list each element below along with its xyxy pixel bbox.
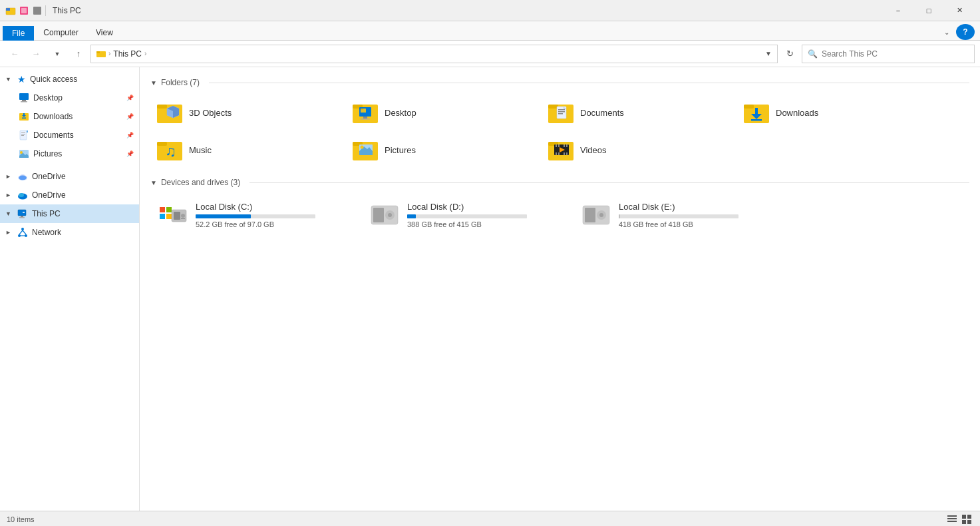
folder-desktop[interactable]: Desktop (346, 95, 539, 130)
back-button[interactable]: ← (5, 45, 24, 63)
svg-rect-75 (556, 144, 557, 147)
svg-rect-55 (558, 109, 565, 111)
tiles-view-button[interactable] (960, 513, 973, 525)
view-toggle-buttons (945, 513, 973, 525)
details-view-button[interactable] (945, 513, 959, 525)
path-folder-icon (96, 49, 106, 59)
folder-music-label: Music (189, 145, 212, 155)
svg-rect-100 (947, 515, 957, 517)
up-button[interactable]: ↑ (69, 45, 88, 63)
folder-pictures-label: Pictures (385, 145, 416, 155)
sidebar-this-pc-label: This PC (32, 209, 134, 218)
dropdown-recent-button[interactable]: ▼ (48, 45, 67, 63)
app-icon-2 (19, 5, 29, 16)
forward-button[interactable]: → (27, 45, 45, 63)
sidebar-item-network[interactable]: ► Network (0, 223, 139, 242)
sidebar-item-desktop[interactable]: Desktop 📌 (0, 89, 139, 107)
drive-c-free: 52.2 GB free of 97.0 GB (196, 220, 349, 228)
drive-e-name: Local Disk (E:) (619, 202, 772, 212)
ribbon-expand-button[interactable]: ⌄ (939, 24, 955, 40)
svg-rect-49 (361, 119, 370, 120)
svg-point-34 (21, 228, 24, 230)
svg-rect-79 (556, 152, 557, 155)
drive-d[interactable]: Local Disk (D:) 388 GB free of 415 GB (362, 195, 568, 235)
item-count-label: 10 items (7, 515, 35, 523)
drive-d-icon (370, 200, 399, 230)
path-this-pc[interactable]: This PC (113, 49, 142, 59)
sidebar-item-this-pc[interactable]: ▼ This PC (0, 204, 139, 223)
network-chevron: ► (5, 229, 13, 236)
svg-rect-103 (962, 515, 966, 519)
address-path[interactable]: › This PC › ▼ (90, 45, 778, 63)
svg-rect-56 (558, 111, 565, 113)
sidebar-item-onedrive1[interactable]: ► OneDrive (0, 167, 139, 186)
help-button[interactable]: ? (956, 24, 975, 40)
window-title: This PC (53, 6, 81, 15)
drives-section-header[interactable]: ▼ Devices and drives (3) (150, 178, 969, 187)
main-layout: ▼ ★ Quick access Desktop 📌 Downloads 📌 (0, 67, 980, 511)
this-pc-icon (17, 208, 28, 219)
svg-rect-84 (160, 207, 165, 212)
minimize-button[interactable]: − (883, 0, 913, 21)
address-chevron[interactable]: ▼ (765, 50, 772, 57)
drive-d-free: 388 GB free of 415 GB (407, 220, 560, 228)
sidebar-item-downloads[interactable]: Downloads 📌 (0, 107, 139, 126)
svg-rect-57 (558, 113, 563, 115)
drive-c[interactable]: Local Disk (C:) 52.2 GB free of 97.0 GB (150, 195, 357, 235)
drive-d-name: Local Disk (D:) (407, 202, 560, 212)
svg-rect-91 (181, 218, 185, 219)
folders-grid: 3D Objects Desktop (150, 95, 969, 167)
onedrive2-icon (17, 190, 28, 200)
svg-rect-85 (166, 207, 172, 212)
svg-rect-81 (564, 152, 565, 155)
onedrive1-icon (17, 171, 28, 182)
folder-downloads[interactable]: Downloads (737, 95, 930, 130)
folders-section-label: Folders (7) (161, 78, 200, 87)
drive-d-info: Local Disk (D:) 388 GB free of 415 GB (407, 202, 560, 228)
folder-documents-icon (548, 99, 575, 126)
drive-e-info: Local Disk (E:) 418 GB free of 418 GB (619, 202, 772, 228)
sidebar-network-label: Network (32, 228, 134, 237)
drive-e-icon (581, 200, 611, 230)
sidebar-item-pictures[interactable]: Pictures 📌 (0, 144, 139, 163)
this-pc-chevron: ▼ (5, 210, 13, 217)
sidebar-pictures-label: Pictures (33, 149, 122, 158)
search-input[interactable] (822, 49, 969, 59)
folders-chevron-icon: ▼ (150, 79, 157, 87)
folder-3d-objects[interactable]: 3D Objects (150, 95, 343, 130)
tab-file[interactable]: File (3, 26, 34, 41)
svg-rect-1 (6, 8, 10, 11)
drive-d-bar-bg (407, 214, 527, 218)
folders-section-header[interactable]: ▼ Folders (7) (150, 78, 969, 87)
refresh-button[interactable]: ↻ (780, 45, 799, 63)
desktop-pin-icon: 📌 (126, 95, 134, 101)
svg-rect-16 (21, 132, 25, 133)
folder-pictures[interactable]: Pictures (346, 132, 539, 167)
tab-view[interactable]: View (88, 25, 121, 40)
svg-rect-19 (27, 131, 28, 132)
sidebar-onedrive2-label: OneDrive (32, 190, 134, 200)
svg-rect-86 (160, 214, 165, 219)
maximize-button[interactable]: □ (913, 0, 944, 21)
folder-music[interactable]: ♫ Music (150, 132, 343, 167)
ribbon-tabs: File Computer View ⌄ ? (0, 21, 980, 40)
folder-3d-objects-label: 3D Objects (189, 108, 232, 118)
sidebar-item-documents[interactable]: Documents 📌 (0, 126, 139, 144)
folder-pictures-icon (353, 136, 379, 163)
svg-point-22 (20, 151, 23, 154)
search-icon: 🔍 (808, 49, 818, 59)
drive-e-bar-bg (619, 214, 738, 218)
svg-line-37 (19, 230, 23, 234)
drive-c-icon (158, 200, 188, 230)
sidebar-item-onedrive2[interactable]: ► OneDrive (0, 186, 139, 204)
folder-videos[interactable]: Videos (542, 132, 735, 167)
drive-c-bar-bg (196, 214, 315, 218)
close-button[interactable]: ✕ (944, 0, 975, 21)
sidebar: ▼ ★ Quick access Desktop 📌 Downloads 📌 (0, 67, 140, 511)
svg-rect-41 (157, 105, 167, 109)
quick-access-label: Quick access (30, 75, 134, 84)
folder-documents[interactable]: Documents (542, 95, 735, 130)
drive-e[interactable]: Local Disk (E:) 418 GB free of 418 GB (573, 195, 780, 235)
tab-computer[interactable]: Computer (35, 25, 86, 40)
sidebar-quick-access[interactable]: ▼ ★ Quick access (0, 70, 139, 89)
